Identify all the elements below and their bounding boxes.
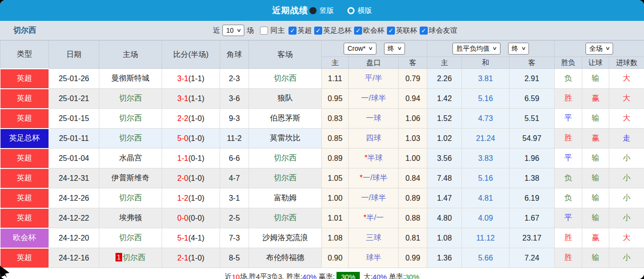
cell-goals-result: 走 [609,129,644,149]
cell-odds-away: 0.79 [399,69,427,89]
league-label-0: 英超 [298,26,312,35]
odds-company-value: Crow* [347,45,365,53]
league-checkbox-3[interactable] [387,27,395,35]
near-label: 近 [213,26,220,35]
table-row: 英超25-01-04水晶宫1-1(0-1)6-6切尔西0.89*半球1.003.… [0,149,644,168]
half-time-score: (1-0) [188,114,204,122]
cell-home-team: 切尔西 [99,188,162,208]
league-label-1: 英足总杯 [323,26,352,35]
filter-bar: 切尔西 近 10 场 同主 英超英足总杯欧会杯英联杯球会友谊 [0,21,644,40]
league-checkbox-4[interactable] [420,27,428,35]
table-row: 英超24-12-22埃弗顿0-0(0-0)2-5切尔西1.01*半/一0.884… [0,208,644,228]
home-team-name: 伊普斯维奇 [112,174,150,182]
full-time-score: 0-0 [177,214,188,222]
cell-date: 24-12-31 [49,168,99,188]
league-label-2: 欧会杯 [363,26,384,35]
sub-header-result: 胜负 [555,57,582,69]
cell-home-team: 水晶宫 [99,149,162,168]
col-header-score: 比分(半场) [162,41,220,69]
cell-odds-away: 1.06 [399,109,427,129]
cell-date: 25-01-21 [49,89,99,109]
vertical-layout-label[interactable]: 竖版 [320,6,334,15]
vertical-layout-radio[interactable] [309,7,317,14]
cell-avg-away: 1.38 [509,168,555,188]
cell-type: 欧会杯 [0,228,49,248]
footer-part-2: 场,胜4平3负3, 胜率: [240,272,302,279]
cell-date: 24-12-16 [49,248,99,268]
col-header-type: 类型 [0,41,49,69]
cell-avg-away: 54.97 [509,129,555,149]
cell-score: 2-2(1-0) [162,109,220,129]
avg-time-select[interactable]: 终 [508,43,529,55]
scope-select[interactable]: 全场 [586,43,613,55]
cell-avg-home: 7.48 [427,168,462,188]
cell-goals-result: 小 [609,208,644,228]
handicap-text: 一/球半 [363,174,387,182]
cell-odds-home: 1.01 [322,208,349,228]
col-header-date: 日期 [49,41,99,69]
table-row: 英超24-12-161切尔西2-1(1-0)8-5布伦特福德0.90球半0.99… [0,248,644,268]
cell-avg-home: 1.02 [427,129,462,149]
cell-handicap: 一/球半 [349,89,399,109]
cell-avg-draw: 5.16 [462,168,509,188]
cell-result: 负 [555,69,582,89]
away-team-name: 莫雷坎比 [270,134,300,142]
cell-handicap: 平/半 [349,69,399,89]
cell-type: 英足总杯 [0,129,49,149]
full-time-score: 2-0 [177,174,188,182]
away-team-name: 布伦特福德 [266,253,304,261]
cell-away-team: 沙姆洛克流浪 [249,228,322,248]
cell-home-team: 1切尔西 [99,248,162,268]
avg-type-select[interactable]: 胜平负均值 [452,43,500,55]
cell-type: 英超 [0,69,49,89]
cell-corners: 8-5 [220,248,249,268]
same-home-checkbox[interactable] [260,27,268,35]
odds-time-select[interactable]: 终 [384,43,405,55]
cell-avg-home: 1.42 [427,89,462,109]
cell-corners: 3-1 [220,188,249,208]
cell-type: 英超 [0,188,49,208]
cell-date: 25-01-26 [49,69,99,89]
cell-type: 英超 [0,89,49,109]
half-time-score: (1-1) [188,74,204,83]
away-team-name: 沙姆洛克流浪 [262,233,308,242]
league-checkbox-1[interactable] [314,27,322,35]
cell-odds-home: 1.05 [322,168,349,188]
match-count-select[interactable]: 10 [222,25,244,37]
cell-corners: 4-7 [220,168,249,188]
cell-away-team: 切尔西 [249,208,322,228]
cell-score: 5-1(4-1) [162,228,220,248]
cell-avg-home: 4.80 [427,208,462,228]
odds-company-select[interactable]: Crow* [344,43,376,55]
league-checkbox-2[interactable] [354,27,362,35]
cell-avg-draw: 4.73 [462,109,509,129]
home-team-name: 水晶宫 [119,154,142,162]
league-checkbox-group: 英超英足总杯欧会杯英联杯球会友谊 [288,26,459,35]
home-team-name: 切尔西 [119,233,142,242]
cell-odds-home: 1.00 [322,188,349,208]
handicap-text: 半球 [367,154,383,162]
cell-result: 胜 [555,228,582,248]
cell-handicap: 球半 [349,248,399,268]
cell-handicap-result: 输 [582,149,609,168]
home-team-name: 切尔西 [123,253,145,261]
horizontal-layout-radio[interactable] [347,7,355,14]
cell-odds-home: 0.95 [322,89,349,109]
cell-avg-home: 2.26 [427,69,462,89]
sub-header-handicap: 盘口 [349,57,399,69]
cell-corners: 2-3 [220,69,249,89]
home-team-name: 切尔西 [119,194,142,202]
cell-result: 平 [555,208,582,228]
cell-date: 24-12-26 [49,188,99,208]
cell-goals-result: 小 [609,168,644,188]
cell-corners: 11-2 [220,129,249,149]
cell-type: 英超 [0,208,49,228]
league-checkbox-0[interactable] [288,27,297,35]
half-time-score: (1-0) [188,254,204,262]
cell-corners: 3-6 [220,89,249,109]
horizontal-layout-label[interactable]: 横版 [358,6,372,15]
handicap-text: 四球 [366,134,381,142]
half-time-score: (1-0) [188,194,204,202]
avg-time-value: 终 [512,45,519,53]
odds-header-cell: Crow* 终 [322,41,427,57]
